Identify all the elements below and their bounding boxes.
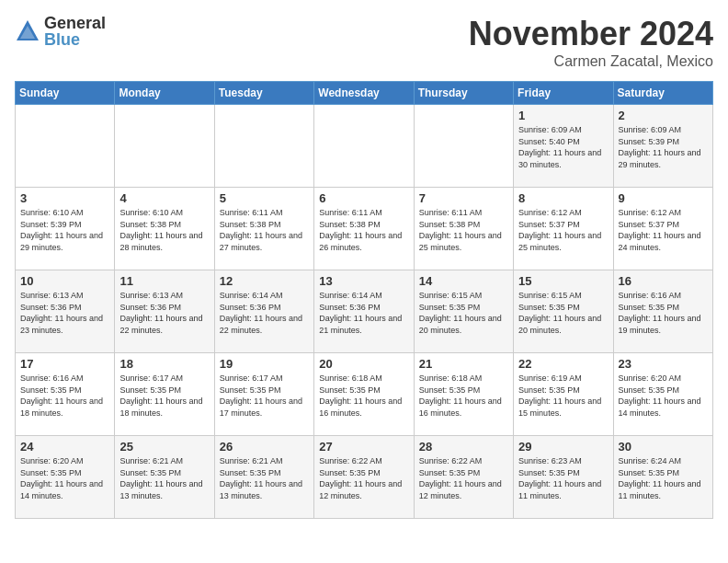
header-tuesday: Tuesday — [214, 82, 313, 105]
day-number: 22 — [518, 357, 608, 371]
day-info: Sunrise: 6:15 AM Sunset: 5:35 PM Dayligh… — [419, 290, 508, 336]
day-info: Sunrise: 6:13 AM Sunset: 5:36 PM Dayligh… — [20, 290, 109, 336]
day-info: Sunrise: 6:16 AM Sunset: 5:35 PM Dayligh… — [619, 290, 708, 336]
table-row: 26Sunrise: 6:21 AM Sunset: 5:35 PM Dayli… — [214, 436, 313, 519]
logo: General Blue — [15, 15, 106, 48]
day-info: Sunrise: 6:09 AM Sunset: 5:40 PM Dayligh… — [518, 124, 608, 170]
table-row — [16, 105, 115, 188]
day-number: 8 — [518, 191, 608, 205]
day-number: 19 — [220, 357, 309, 371]
day-info: Sunrise: 6:15 AM Sunset: 5:35 PM Dayligh… — [518, 290, 608, 336]
day-info: Sunrise: 6:14 AM Sunset: 5:36 PM Dayligh… — [220, 290, 309, 336]
day-number: 14 — [419, 274, 508, 288]
table-row: 19Sunrise: 6:17 AM Sunset: 5:35 PM Dayli… — [214, 353, 313, 436]
table-row: 2Sunrise: 6:09 AM Sunset: 5:39 PM Daylig… — [613, 105, 712, 188]
day-number: 25 — [119, 440, 209, 454]
day-info: Sunrise: 6:11 AM Sunset: 5:38 PM Dayligh… — [220, 207, 309, 253]
table-row: 16Sunrise: 6:16 AM Sunset: 5:35 PM Dayli… — [613, 270, 712, 353]
day-number: 28 — [419, 440, 508, 454]
day-number: 3 — [20, 191, 109, 205]
day-number: 20 — [319, 357, 408, 371]
calendar-week-row: 1Sunrise: 6:09 AM Sunset: 5:40 PM Daylig… — [16, 105, 713, 188]
day-number: 15 — [518, 274, 608, 288]
day-number: 10 — [20, 274, 109, 288]
day-info: Sunrise: 6:22 AM Sunset: 5:35 PM Dayligh… — [419, 455, 508, 501]
calendar-table: Sunday Monday Tuesday Wednesday Thursday… — [15, 81, 713, 519]
day-number: 24 — [20, 440, 109, 454]
day-info: Sunrise: 6:17 AM Sunset: 5:35 PM Dayligh… — [220, 373, 309, 419]
day-number: 21 — [419, 357, 508, 371]
day-info: Sunrise: 6:16 AM Sunset: 5:35 PM Dayligh… — [20, 373, 109, 419]
day-info: Sunrise: 6:23 AM Sunset: 5:35 PM Dayligh… — [518, 455, 608, 501]
day-info: Sunrise: 6:21 AM Sunset: 5:35 PM Dayligh… — [119, 455, 209, 501]
header-saturday: Saturday — [613, 82, 712, 105]
day-info: Sunrise: 6:10 AM Sunset: 5:39 PM Dayligh… — [20, 207, 109, 253]
header-thursday: Thursday — [414, 82, 513, 105]
logo-text-general: General — [44, 15, 106, 31]
day-number: 12 — [220, 274, 309, 288]
table-row: 3Sunrise: 6:10 AM Sunset: 5:39 PM Daylig… — [16, 188, 115, 270]
day-number: 18 — [119, 357, 209, 371]
day-info: Sunrise: 6:22 AM Sunset: 5:35 PM Dayligh… — [319, 455, 408, 501]
day-info: Sunrise: 6:20 AM Sunset: 5:35 PM Dayligh… — [20, 455, 109, 501]
header-monday: Monday — [115, 82, 214, 105]
calendar-header-row: Sunday Monday Tuesday Wednesday Thursday… — [16, 82, 713, 105]
table-row: 11Sunrise: 6:13 AM Sunset: 5:36 PM Dayli… — [115, 270, 214, 353]
header-wednesday: Wednesday — [314, 82, 414, 105]
day-number: 16 — [619, 274, 708, 288]
table-row: 27Sunrise: 6:22 AM Sunset: 5:35 PM Dayli… — [314, 436, 414, 519]
table-row: 25Sunrise: 6:21 AM Sunset: 5:35 PM Dayli… — [115, 436, 214, 519]
header: General Blue November 2024 Carmen Zacata… — [15, 15, 713, 70]
day-number: 7 — [419, 191, 508, 205]
day-info: Sunrise: 6:24 AM Sunset: 5:35 PM Dayligh… — [619, 455, 708, 501]
day-number: 17 — [20, 357, 109, 371]
day-number: 5 — [220, 191, 309, 205]
day-info: Sunrise: 6:12 AM Sunset: 5:37 PM Dayligh… — [518, 207, 608, 253]
day-number: 23 — [619, 357, 708, 371]
calendar-title: November 2024 — [469, 15, 713, 53]
logo-icon — [15, 18, 40, 44]
header-friday: Friday — [514, 82, 613, 105]
day-number: 11 — [119, 274, 209, 288]
table-row: 18Sunrise: 6:17 AM Sunset: 5:35 PM Dayli… — [115, 353, 214, 436]
table-row: 28Sunrise: 6:22 AM Sunset: 5:35 PM Dayli… — [414, 436, 513, 519]
day-info: Sunrise: 6:14 AM Sunset: 5:36 PM Dayligh… — [319, 290, 408, 336]
day-number: 1 — [518, 109, 608, 122]
table-row: 17Sunrise: 6:16 AM Sunset: 5:35 PM Dayli… — [16, 353, 115, 436]
calendar-week-row: 24Sunrise: 6:20 AM Sunset: 5:35 PM Dayli… — [16, 436, 713, 519]
table-row: 23Sunrise: 6:20 AM Sunset: 5:35 PM Dayli… — [613, 353, 712, 436]
day-number: 4 — [119, 191, 209, 205]
day-number: 6 — [319, 191, 408, 205]
day-info: Sunrise: 6:17 AM Sunset: 5:35 PM Dayligh… — [119, 373, 209, 419]
day-info: Sunrise: 6:20 AM Sunset: 5:35 PM Dayligh… — [619, 373, 708, 419]
header-sunday: Sunday — [16, 82, 115, 105]
table-row: 9Sunrise: 6:12 AM Sunset: 5:37 PM Daylig… — [613, 188, 712, 270]
day-number: 9 — [619, 191, 708, 205]
calendar-week-row: 10Sunrise: 6:13 AM Sunset: 5:36 PM Dayli… — [16, 270, 713, 353]
day-info: Sunrise: 6:19 AM Sunset: 5:35 PM Dayligh… — [518, 373, 608, 419]
calendar-week-row: 3Sunrise: 6:10 AM Sunset: 5:39 PM Daylig… — [16, 188, 713, 270]
table-row — [115, 105, 214, 188]
day-info: Sunrise: 6:12 AM Sunset: 5:37 PM Dayligh… — [619, 207, 708, 253]
table-row — [314, 105, 414, 188]
day-number: 13 — [319, 274, 408, 288]
table-row: 1Sunrise: 6:09 AM Sunset: 5:40 PM Daylig… — [514, 105, 613, 188]
title-area: November 2024 Carmen Zacatal, Mexico — [469, 15, 713, 70]
table-row: 6Sunrise: 6:11 AM Sunset: 5:38 PM Daylig… — [314, 188, 414, 270]
table-row: 24Sunrise: 6:20 AM Sunset: 5:35 PM Dayli… — [16, 436, 115, 519]
day-number: 29 — [518, 440, 608, 454]
day-number: 26 — [220, 440, 309, 454]
table-row: 15Sunrise: 6:15 AM Sunset: 5:35 PM Dayli… — [514, 270, 613, 353]
day-info: Sunrise: 6:10 AM Sunset: 5:38 PM Dayligh… — [119, 207, 209, 253]
table-row: 10Sunrise: 6:13 AM Sunset: 5:36 PM Dayli… — [16, 270, 115, 353]
table-row — [414, 105, 513, 188]
table-row: 30Sunrise: 6:24 AM Sunset: 5:35 PM Dayli… — [613, 436, 712, 519]
day-number: 2 — [619, 109, 708, 122]
calendar-subtitle: Carmen Zacatal, Mexico — [469, 53, 713, 70]
calendar-week-row: 17Sunrise: 6:16 AM Sunset: 5:35 PM Dayli… — [16, 353, 713, 436]
day-number: 30 — [619, 440, 708, 454]
day-info: Sunrise: 6:11 AM Sunset: 5:38 PM Dayligh… — [419, 207, 508, 253]
logo-text-blue: Blue — [44, 31, 106, 48]
table-row: 7Sunrise: 6:11 AM Sunset: 5:38 PM Daylig… — [414, 188, 513, 270]
table-row: 5Sunrise: 6:11 AM Sunset: 5:38 PM Daylig… — [214, 188, 313, 270]
